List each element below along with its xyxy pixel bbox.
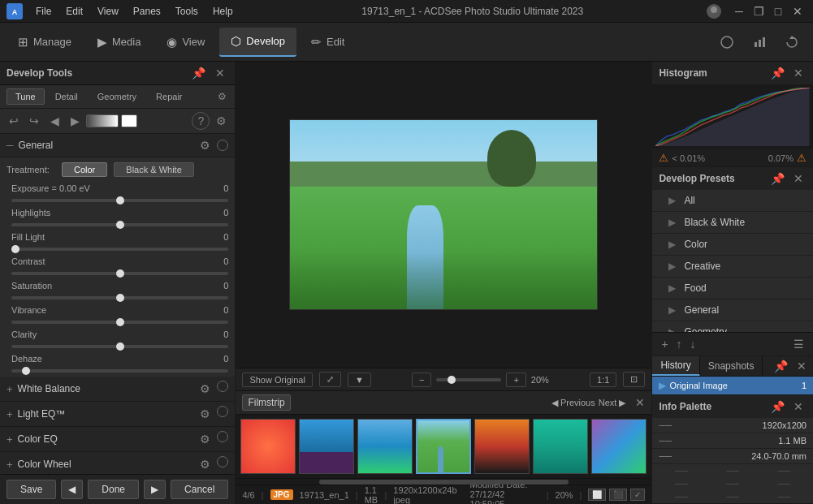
cancel-button[interactable]: Cancel <box>171 480 228 499</box>
history-close-btn[interactable]: ✕ <box>794 358 810 374</box>
tab-manage[interactable]: ⊞ Manage <box>6 28 83 57</box>
filmstrip-thumb-5[interactable] <box>474 419 530 474</box>
fit-button[interactable]: ⊡ <box>623 372 645 387</box>
history-pin-btn[interactable]: 📌 <box>771 358 791 374</box>
tab-develop[interactable]: ⬡ Develop <box>219 28 296 57</box>
preset-menu-btn[interactable]: ☰ <box>791 336 807 352</box>
preset-download-btn[interactable]: ↓ <box>688 336 698 352</box>
minimize-button[interactable]: ─ <box>730 2 748 20</box>
white-balance-section[interactable]: + White Balance ⚙ <box>0 377 235 402</box>
filmstrip-thumb-6[interactable] <box>533 419 588 474</box>
preset-upload-btn[interactable]: ↑ <box>674 336 685 352</box>
settings-cog-button[interactable]: ⚙ <box>216 89 228 104</box>
histogram-close-btn[interactable]: ✕ <box>790 65 807 81</box>
color-wheel-settings-btn[interactable]: ⚙ <box>197 456 214 472</box>
light-eq-section[interactable]: + Light EQ™ ⚙ <box>0 402 235 427</box>
tab-edit[interactable]: ✏ Edit <box>300 28 356 57</box>
save-button[interactable]: Save <box>6 480 56 499</box>
panel-close-button[interactable]: ✕ <box>212 65 228 81</box>
done-button[interactable]: Done <box>88 480 139 499</box>
histogram-pin-btn[interactable]: 📌 <box>768 65 788 81</box>
color-eq-circle-btn[interactable] <box>217 431 228 442</box>
treatment-bw-btn[interactable]: Black & White <box>114 162 193 177</box>
filmstrip-thumb-4[interactable] <box>416 419 471 474</box>
maximize-button[interactable]: □ <box>769 2 787 20</box>
menu-edit[interactable]: Edit <box>59 4 89 19</box>
vibrance-slider[interactable] <box>11 321 228 324</box>
preset-add-btn[interactable]: + <box>659 336 670 352</box>
filmstrip-scrollbar[interactable] <box>236 478 651 485</box>
contrast-slider[interactable] <box>11 272 228 275</box>
tab-view[interactable]: ◉ View <box>155 28 216 57</box>
preset-item-food[interactable]: ▶ Food <box>652 278 813 299</box>
filmstrip-prev-button[interactable]: ◀ Previous <box>551 398 595 408</box>
next-button[interactable]: ▶ <box>144 480 166 499</box>
dev-tab-detail[interactable]: Detail <box>46 88 87 105</box>
zoom-in-button[interactable]: + <box>506 373 525 387</box>
filmstrip-scroll-thumb[interactable] <box>319 480 569 485</box>
info-close-btn[interactable]: ✕ <box>790 398 807 415</box>
menu-tools[interactable]: Tools <box>169 4 205 19</box>
prev-button[interactable]: ◀ <box>61 480 83 499</box>
preset-item-color[interactable]: ▶ Color <box>652 234 813 256</box>
filmstrip-thumb-7[interactable] <box>591 419 647 474</box>
filmstrip-tab-button[interactable]: Filmstrip <box>242 394 290 411</box>
preset-item-general[interactable]: ▶ General <box>652 299 813 321</box>
filmstrip-close-button[interactable]: ✕ <box>635 396 645 409</box>
light-eq-circle-btn[interactable] <box>217 406 228 417</box>
filmstrip-thumb-3[interactable] <box>357 419 413 474</box>
restore-button[interactable]: ❐ <box>750 2 768 20</box>
help-button[interactable]: ? <box>192 112 210 130</box>
clarity-slider[interactable] <box>11 345 228 348</box>
close-button[interactable]: ✕ <box>789 2 807 20</box>
show-original-button[interactable]: Show Original <box>242 373 312 387</box>
exposure-slider[interactable] <box>11 199 228 202</box>
dehaze-slider[interactable] <box>11 369 228 373</box>
dev-tab-repair[interactable]: Repair <box>147 88 191 105</box>
color-eq-settings-btn[interactable]: ⚙ <box>197 431 214 447</box>
presets-close-btn[interactable]: ✕ <box>790 170 807 187</box>
saturation-slider[interactable] <box>11 296 228 299</box>
zoom-ratio-button[interactable]: 1:1 <box>590 373 616 387</box>
filmstrip-thumb-1[interactable] <box>240 419 296 474</box>
preset-item-bw[interactable]: ▶ Black & White <box>652 212 813 234</box>
photo-tools-button[interactable]: ▼ <box>348 373 371 387</box>
preset-item-creative[interactable]: ▶ Creative <box>652 256 813 278</box>
tab-rotate[interactable] <box>777 28 807 57</box>
fullscreen-button[interactable]: ⤢ <box>319 372 341 387</box>
dev-tab-geometry[interactable]: Geometry <box>89 88 145 105</box>
tab-media[interactable]: ▶ Media <box>86 28 152 57</box>
filmstrip-next-button[interactable]: Next ▶ <box>599 398 626 408</box>
dev-tab-tune[interactable]: Tune <box>6 88 45 105</box>
zoom-out-button[interactable]: − <box>412 373 431 387</box>
treatment-color-btn[interactable]: Color <box>62 162 107 177</box>
next-photo-btn[interactable]: ▶ <box>66 112 84 130</box>
prev-photo-btn[interactable]: ◀ <box>45 112 63 130</box>
light-eq-settings-btn[interactable]: ⚙ <box>197 406 214 422</box>
undo-button[interactable]: ↩ <box>5 112 23 130</box>
white-balance-settings-btn[interactable]: ⚙ <box>197 381 214 397</box>
view-mode-btn-1[interactable]: ⬜ <box>588 489 606 501</box>
history-item-original[interactable]: ▶ Original Image 1 <box>652 377 813 394</box>
info-pin-btn[interactable]: 📌 <box>768 398 788 415</box>
section-general-header[interactable]: ─ General ⚙ <box>0 134 235 157</box>
color-wheel-section[interactable]: + Color Wheel ⚙ <box>0 452 235 474</box>
settings-button[interactable]: ⚙ <box>212 112 230 130</box>
general-settings-btn[interactable]: ⚙ <box>197 137 214 153</box>
presets-pin-btn[interactable]: 📌 <box>768 170 788 187</box>
menu-file[interactable]: File <box>29 4 58 19</box>
tab-365[interactable] <box>712 28 742 57</box>
menu-panes[interactable]: Panes <box>127 4 167 19</box>
filmstrip-thumb-2[interactable] <box>299 419 354 474</box>
fill-light-slider[interactable] <box>11 248 228 251</box>
tab-history[interactable]: History <box>652 356 699 376</box>
color-wheel-circle-btn[interactable] <box>217 456 228 467</box>
redo-button[interactable]: ↪ <box>25 112 43 130</box>
preset-item-geometry[interactable]: ▶ Geometry <box>652 321 813 332</box>
white-balance-circle-btn[interactable] <box>217 381 228 392</box>
preset-item-all[interactable]: ▶ All <box>652 190 813 212</box>
tab-snapshots[interactable]: Snapshots <box>700 357 763 375</box>
zoom-slider[interactable] <box>436 378 501 381</box>
pin-button[interactable]: 📌 <box>188 65 209 81</box>
menu-help[interactable]: Help <box>206 4 240 19</box>
